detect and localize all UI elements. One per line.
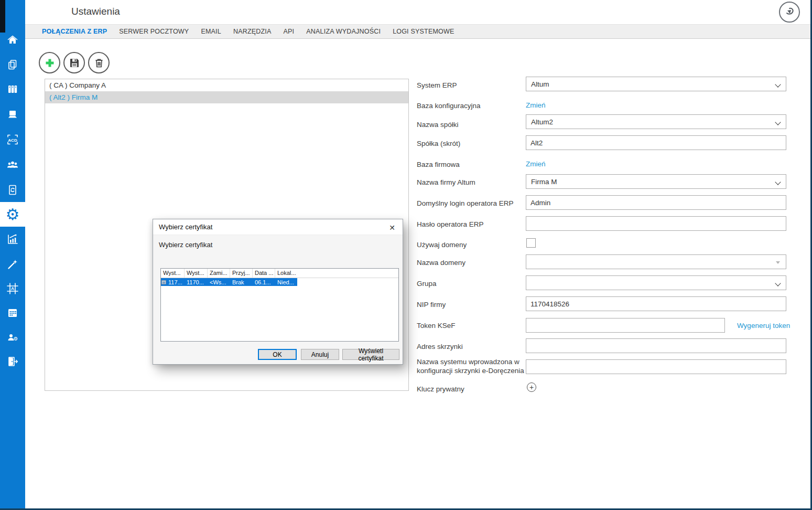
erp-operator-password-input[interactable] [526,216,786,231]
select-certificate-dialog: Wybierz certyfikat ✕ Wybierz certyfikat … [153,219,403,365]
cell: 06.1... [253,279,275,285]
sidebar-item-document-sync[interactable] [0,177,25,202]
chevron-down-icon [775,119,781,125]
workstation-icon [6,108,19,121]
home-icon [6,34,19,46]
tab-api[interactable]: API [284,28,295,35]
sidebar-item-analytics[interactable] [0,227,25,251]
tab-narzedzia[interactable]: NARZĘDZIA [233,28,272,35]
sidebar-item-workstation[interactable] [0,102,25,126]
sidebar-item-team[interactable] [0,152,25,177]
window-corner-strip [0,0,5,33]
column-header[interactable]: Wyst... [161,269,185,278]
group-select[interactable] [526,275,786,290]
analytics-icon [6,232,19,246]
change-company-db-link[interactable]: Zmień [526,160,546,168]
company-name-value: Altum2 [531,118,553,126]
dialog-title: Wybierz certyfikat [159,223,212,231]
chevron-down-disabled-icon [776,261,780,264]
list-item-firma-m[interactable]: ( Alt2 ) Firma M [45,91,408,103]
sidebar-item-user-settings[interactable]: ⚙ [0,325,25,349]
binders-icon [6,83,19,95]
page-title: Ustawienia [71,6,120,17]
list-item-company-a[interactable]: ( CA ) Company A [45,79,408,91]
sidebar-item-documents[interactable] [0,52,25,77]
sidebar-item-settings[interactable]: ⚙ [0,202,25,227]
company-nip-input[interactable] [526,296,786,311]
ok-button[interactable]: OK [258,349,297,360]
field-label-grupa: Grupa [417,279,526,288]
field-label-uzywaj-domeny: Używaj domeny [417,240,526,249]
sidebar-item-binders[interactable] [0,77,25,101]
tab-logi-systemowe[interactable]: LOGI SYSTEMOWE [393,28,454,35]
column-header[interactable]: Zami... [208,269,230,278]
change-config-db-link[interactable]: Zmień [526,101,546,109]
chevron-down-icon [775,280,781,286]
use-domain-checkbox[interactable] [526,238,536,248]
company-short-input[interactable] [526,135,786,150]
save-button[interactable] [63,52,85,73]
generate-token-link[interactable]: Wygeneruj token [737,322,790,330]
sidebar-item-acd[interactable]: ACD [0,127,25,152]
cell: Brak [230,279,253,285]
plus-icon [44,57,56,69]
add-private-key-button[interactable]: + [527,382,536,392]
magic-wand-icon [6,258,19,271]
cell: 117... [166,279,185,285]
certificate-icon [161,280,166,284]
field-label-spolka-skrot: Spółka (skrót) [417,139,526,148]
column-header[interactable]: Wyst... [185,269,208,278]
view-certificate-button[interactable]: Wyświetl certyfikat [342,349,399,360]
column-header[interactable]: Lokal... [275,269,297,278]
svg-text:A: A [11,286,14,291]
chevron-down-icon [775,81,781,87]
svg-text:ACD: ACD [8,137,17,142]
assistant-logo-button[interactable] [779,2,800,23]
sidebar-item-logout[interactable] [0,349,25,374]
cell: 1170... [185,279,208,285]
sidebar-item-calendar[interactable] [0,300,25,325]
field-label-nip-firmy: NIP firmy [417,300,526,309]
tab-polaczenia-z-erp[interactable]: POŁĄCZENIA Z ERP [42,28,107,35]
ksef-token-input[interactable] [526,318,725,333]
dialog-close-icon[interactable]: ✕ [386,222,398,233]
cell: Nied... [275,279,297,285]
edoreczenia-system-name-input[interactable] [526,359,786,374]
trash-icon [94,58,104,68]
comarch-swirl-icon [783,6,796,18]
sidebar: ACD ⚙ A [0,0,25,510]
field-label-nazwa-spolki: Nazwa spółki [417,120,526,129]
column-header[interactable]: Data ... [253,269,275,278]
dialog-titlebar: Wybierz certyfikat ✕ [153,219,403,235]
field-label-nazwa-domeny: Nazwa domeny [417,258,526,267]
documents-icon [6,58,19,71]
field-label-nazwa-systemu-edoreczenia: Nazwa systemu wprowadzona w konfiguracji… [417,357,526,375]
tab-serwer-pocztowy[interactable]: SERWER POCZTOWY [119,28,189,35]
certificate-table-header: Wyst... Wyst... Zami... Przyj... Data ..… [161,269,398,278]
field-label-adres-skrzynki: Adres skrzynki [417,342,526,351]
system-erp-select[interactable]: Altum [526,77,786,91]
column-header[interactable]: Przyj... [230,269,253,278]
mailbox-address-input[interactable] [526,338,786,353]
floppy-icon [69,58,80,68]
delete-button[interactable] [88,52,110,73]
add-connection-button[interactable] [39,52,60,73]
settings-tabbar: POŁĄCZENIA Z ERP SERWER POCZTOWY EMAIL N… [25,24,812,39]
user-settings-icon: ⚙ [6,331,19,344]
document-sync-icon [6,184,19,196]
sidebar-item-text-frame[interactable]: A [0,276,25,301]
tab-analiza-wydajnosci[interactable]: ANALIZA WYDAJNOŚCI [306,28,381,35]
cell: <Ws... [208,279,230,285]
erp-operator-login-input[interactable] [526,195,786,210]
calendar-icon [6,306,19,319]
cancel-button[interactable]: Anuluj [301,349,339,360]
field-label-baza-konfiguracyjna: Baza konfiguracyjna [417,101,526,110]
domain-name-select[interactable] [526,254,786,269]
company-name-select[interactable]: Altum2 [526,114,786,129]
tab-email[interactable]: EMAIL [201,28,221,35]
field-label-token-ksef: Token KSeF [417,321,526,330]
certificate-row-selected[interactable]: 117... 1170... <Ws... Brak 06.1... Nied.… [161,278,297,286]
settings-gear-icon: ⚙ [6,207,20,222]
altum-company-select[interactable]: Firma M [526,174,786,189]
sidebar-item-magic-wand[interactable] [0,252,25,277]
